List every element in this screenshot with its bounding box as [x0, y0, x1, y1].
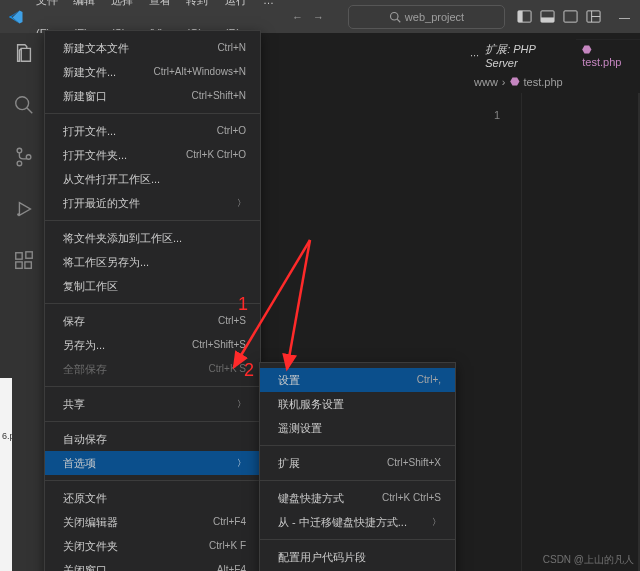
- extensions-icon[interactable]: [10, 247, 38, 275]
- file-menu-item-label: 将工作区另存为...: [63, 253, 149, 271]
- pref-submenu-item-6[interactable]: 键盘快捷方式Ctrl+K Ctrl+S: [260, 486, 455, 510]
- toggle-panel-left-icon[interactable]: [517, 9, 532, 24]
- run-debug-icon[interactable]: [10, 195, 38, 223]
- file-menu-item-shortcut: Alt+F4: [217, 561, 246, 571]
- source-control-icon[interactable]: [10, 143, 38, 171]
- pref-submenu-separator: [260, 539, 455, 540]
- file-menu-item-1[interactable]: 新建文件...Ctrl+Alt+Windows+N: [45, 60, 260, 84]
- chevron-right-icon: ›: [502, 76, 506, 88]
- svg-point-0: [390, 12, 398, 20]
- file-menu-item-11[interactable]: 复制工作区: [45, 274, 260, 298]
- svg-rect-3: [518, 11, 523, 22]
- svg-rect-17: [16, 253, 22, 259]
- file-menu-item-shortcut: Ctrl+S: [218, 312, 246, 330]
- svg-point-14: [26, 155, 31, 160]
- file-menu-item-9[interactable]: 将文件夹添加到工作区...: [45, 226, 260, 250]
- command-center-text: web_project: [405, 11, 464, 23]
- extension-tab-label[interactable]: 扩展: PHP Server: [485, 42, 570, 69]
- file-menu-item-5[interactable]: 打开文件夹...Ctrl+K Ctrl+O: [45, 143, 260, 167]
- file-menu-item-0[interactable]: 新建文本文件Ctrl+N: [45, 36, 260, 60]
- customize-layout-icon[interactable]: [586, 9, 601, 24]
- file-menu-item-label: 首选项: [63, 454, 96, 472]
- svg-marker-15: [19, 203, 30, 216]
- file-menu-item-6[interactable]: 从文件打开工作区...: [45, 167, 260, 191]
- vscode-logo-icon: [8, 8, 24, 26]
- file-menu-item-shortcut: Ctrl+N: [217, 39, 246, 57]
- file-menu-item-label: 打开最近的文件: [63, 194, 140, 212]
- side-file-list: 6.p: [0, 378, 12, 571]
- file-menu-item-label: 复制工作区: [63, 277, 118, 295]
- file-menu-item-shortcut: Ctrl+K F: [209, 537, 246, 555]
- file-menu-item-17[interactable]: 共享: [45, 392, 260, 416]
- svg-point-13: [17, 161, 22, 166]
- search-activity-icon[interactable]: [10, 91, 38, 119]
- breadcrumb[interactable]: www › ⬣ test.php: [470, 75, 640, 88]
- file-menu-item-label: 另存为...: [63, 336, 105, 354]
- file-menu-item-25[interactable]: 关闭窗口Alt+F4: [45, 558, 260, 571]
- file-menu-item-label: 关闭窗口: [63, 561, 107, 571]
- file-menu-separator: [45, 480, 260, 481]
- file-menu-item-22[interactable]: 还原文件: [45, 486, 260, 510]
- file-menu-item-7[interactable]: 打开最近的文件: [45, 191, 260, 215]
- svg-point-16: [17, 213, 20, 216]
- svg-rect-19: [25, 262, 31, 268]
- file-menu-separator: [45, 220, 260, 221]
- breadcrumb-file[interactable]: test.php: [524, 76, 563, 88]
- file-menu-item-label: 新建窗口: [63, 87, 107, 105]
- title-bar: 文件(F) 编辑(E) 选择(S) 查看(V) 转到(G) 运行(R) … ← …: [0, 0, 640, 33]
- file-menu-item-label: 全部保存: [63, 360, 107, 378]
- file-menu-item-2[interactable]: 新建窗口Ctrl+Shift+N: [45, 84, 260, 108]
- command-center[interactable]: web_project: [348, 5, 505, 29]
- breadcrumb-folder[interactable]: www: [474, 76, 498, 88]
- preferences-submenu: 设置Ctrl+,联机服务设置遥测设置扩展Ctrl+Shift+X键盘快捷方式Ct…: [259, 362, 456, 571]
- explorer-icon[interactable]: [10, 39, 38, 67]
- tab-more-icon[interactable]: ···: [470, 49, 479, 61]
- file-menu-item-shortcut: Ctrl+Shift+S: [192, 336, 246, 354]
- pref-submenu-item-9[interactable]: 配置用户代码片段: [260, 545, 455, 569]
- svg-rect-5: [541, 17, 554, 22]
- file-menu-item-label: 自动保存: [63, 430, 107, 448]
- nav-forward-icon[interactable]: →: [313, 11, 324, 23]
- pref-submenu-item-label: 配置用户代码片段: [278, 548, 366, 566]
- pref-submenu-item-0[interactable]: 设置Ctrl+,: [260, 368, 455, 392]
- pref-submenu-item-label: 遥测设置: [278, 419, 322, 437]
- file-menu-item-4[interactable]: 打开文件...Ctrl+O: [45, 119, 260, 143]
- editor-tab-testphp[interactable]: ⬣ test.php: [576, 39, 640, 71]
- svg-point-12: [17, 148, 22, 153]
- pref-submenu-item-label: 设置: [278, 371, 300, 389]
- svg-rect-20: [26, 252, 32, 258]
- file-menu-item-14[interactable]: 另存为...Ctrl+Shift+S: [45, 333, 260, 357]
- editor-right-panel: ··· 扩展: PHP Server ⬣ test.php www › ⬣ te…: [470, 39, 640, 88]
- file-menu-item-24[interactable]: 关闭文件夹Ctrl+K F: [45, 534, 260, 558]
- svg-point-10: [16, 97, 29, 110]
- file-menu-item-19[interactable]: 自动保存: [45, 427, 260, 451]
- file-menu-separator: [45, 113, 260, 114]
- file-menu-item-20[interactable]: 首选项: [45, 451, 260, 475]
- file-menu-item-label: 打开文件...: [63, 122, 116, 140]
- pref-submenu-item-7[interactable]: 从 - 中迁移键盘快捷方式...: [260, 510, 455, 534]
- file-menu-item-label: 从文件打开工作区...: [63, 170, 160, 188]
- nav-back-icon[interactable]: ←: [292, 11, 303, 23]
- file-menu: 新建文本文件Ctrl+N新建文件...Ctrl+Alt+Windows+N新建窗…: [44, 30, 261, 571]
- svg-rect-6: [564, 11, 577, 22]
- pref-submenu-item-1[interactable]: 联机服务设置: [260, 392, 455, 416]
- file-menu-item-23[interactable]: 关闭编辑器Ctrl+F4: [45, 510, 260, 534]
- file-menu-item-label: 共享: [63, 395, 85, 413]
- file-menu-item-13[interactable]: 保存Ctrl+S: [45, 309, 260, 333]
- svg-line-1: [397, 19, 400, 22]
- toggle-panel-bottom-icon[interactable]: [540, 9, 555, 24]
- file-menu-item-shortcut: Ctrl+Shift+N: [192, 87, 246, 105]
- minimize-icon[interactable]: —: [619, 11, 630, 23]
- file-menu-item-shortcut: Ctrl+K S: [208, 360, 246, 378]
- file-menu-item-shortcut: Ctrl+K Ctrl+O: [186, 146, 246, 164]
- file-menu-item-label: 新建文件...: [63, 63, 116, 81]
- pref-submenu-item-2[interactable]: 遥测设置: [260, 416, 455, 440]
- pref-submenu-item-shortcut: Ctrl+Shift+X: [387, 454, 441, 472]
- pref-submenu-item-label: 键盘快捷方式: [278, 489, 344, 507]
- file-menu-item-label: 新建文本文件: [63, 39, 129, 57]
- pref-submenu-item-4[interactable]: 扩展Ctrl+Shift+X: [260, 451, 455, 475]
- pref-submenu-item-label: 扩展: [278, 454, 300, 472]
- toggle-panel-right-icon[interactable]: [563, 9, 578, 24]
- file-menu-item-label: 关闭编辑器: [63, 513, 118, 531]
- file-menu-item-10[interactable]: 将工作区另存为...: [45, 250, 260, 274]
